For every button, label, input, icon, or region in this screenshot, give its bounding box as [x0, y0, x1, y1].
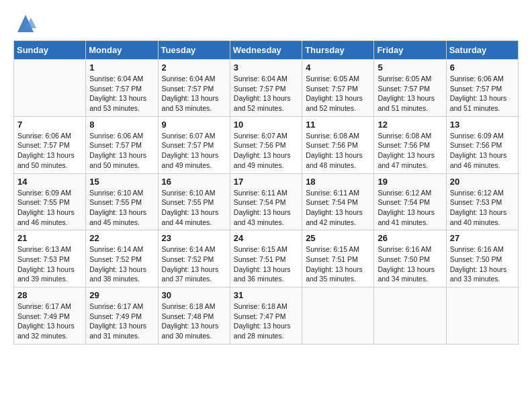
day-info: Sunrise: 6:14 AM Sunset: 7:52 PM Dayligh… [162, 244, 226, 284]
day-info: Sunrise: 6:16 AM Sunset: 7:50 PM Dayligh… [378, 244, 442, 284]
calendar-cell: 30Sunrise: 6:18 AM Sunset: 7:48 PM Dayli… [158, 287, 230, 345]
day-number: 31 [234, 290, 298, 300]
day-number: 4 [306, 62, 370, 73]
day-info: Sunrise: 6:18 AM Sunset: 7:47 PM Dayligh… [234, 302, 298, 341]
day-info: Sunrise: 6:04 AM Sunset: 7:57 PM Dayligh… [162, 74, 226, 113]
week-row-4: 21Sunrise: 6:13 AM Sunset: 7:53 PM Dayli… [14, 230, 519, 287]
calendar-cell: 11Sunrise: 6:08 AM Sunset: 7:56 PM Dayli… [302, 116, 374, 173]
day-info: Sunrise: 6:15 AM Sunset: 7:51 PM Dayligh… [234, 244, 298, 284]
day-number: 17 [234, 177, 298, 187]
day-info: Sunrise: 6:17 AM Sunset: 7:49 PM Dayligh… [17, 302, 82, 341]
calendar-cell: 28Sunrise: 6:17 AM Sunset: 7:49 PM Dayli… [14, 287, 86, 345]
day-number: 21 [17, 233, 82, 243]
calendar-cell: 1Sunrise: 6:04 AM Sunset: 7:57 PM Daylig… [86, 60, 158, 117]
day-number: 18 [306, 177, 370, 187]
calendar-cell: 2Sunrise: 6:04 AM Sunset: 7:57 PM Daylig… [158, 60, 230, 117]
calendar-cell [446, 287, 518, 345]
calendar-cell: 3Sunrise: 6:04 AM Sunset: 7:57 PM Daylig… [230, 60, 302, 117]
day-info: Sunrise: 6:07 AM Sunset: 7:56 PM Dayligh… [234, 131, 298, 171]
col-header-monday: Monday [86, 41, 158, 60]
col-header-thursday: Thursday [302, 41, 374, 60]
calendar-cell: 14Sunrise: 6:09 AM Sunset: 7:55 PM Dayli… [14, 173, 86, 230]
day-info: Sunrise: 6:10 AM Sunset: 7:55 PM Dayligh… [162, 188, 226, 228]
day-info: Sunrise: 6:12 AM Sunset: 7:53 PM Dayligh… [450, 188, 515, 228]
day-info: Sunrise: 6:08 AM Sunset: 7:56 PM Dayligh… [306, 131, 370, 171]
logo [13, 13, 39, 34]
calendar-cell: 24Sunrise: 6:15 AM Sunset: 7:51 PM Dayli… [230, 230, 302, 287]
calendar-cell: 7Sunrise: 6:06 AM Sunset: 7:57 PM Daylig… [14, 116, 86, 173]
calendar-cell: 17Sunrise: 6:11 AM Sunset: 7:54 PM Dayli… [230, 173, 302, 230]
day-number: 10 [234, 120, 298, 130]
day-info: Sunrise: 6:08 AM Sunset: 7:56 PM Dayligh… [378, 131, 442, 171]
day-info: Sunrise: 6:05 AM Sunset: 7:57 PM Dayligh… [378, 74, 442, 113]
day-number: 25 [306, 233, 370, 243]
day-number: 2 [162, 62, 226, 73]
day-number: 16 [162, 177, 226, 187]
calendar-cell [374, 287, 446, 345]
day-number: 5 [378, 62, 442, 73]
calendar-table: SundayMondayTuesdayWednesdayThursdayFrid… [13, 40, 519, 345]
day-number: 6 [450, 62, 515, 73]
col-header-sunday: Sunday [14, 41, 86, 60]
day-number: 29 [89, 290, 154, 300]
day-info: Sunrise: 6:12 AM Sunset: 7:54 PM Dayligh… [378, 188, 442, 228]
calendar-cell: 19Sunrise: 6:12 AM Sunset: 7:54 PM Dayli… [374, 173, 446, 230]
day-number: 26 [378, 233, 442, 243]
calendar-cell: 31Sunrise: 6:18 AM Sunset: 7:47 PM Dayli… [230, 287, 302, 345]
day-info: Sunrise: 6:18 AM Sunset: 7:48 PM Dayligh… [162, 302, 226, 341]
calendar-cell: 15Sunrise: 6:10 AM Sunset: 7:55 PM Dayli… [86, 173, 158, 230]
calendar-cell: 26Sunrise: 6:16 AM Sunset: 7:50 PM Dayli… [374, 230, 446, 287]
calendar-cell: 27Sunrise: 6:16 AM Sunset: 7:50 PM Dayli… [446, 230, 518, 287]
day-info: Sunrise: 6:15 AM Sunset: 7:51 PM Dayligh… [306, 244, 370, 284]
day-number: 11 [306, 120, 370, 130]
calendar-cell: 22Sunrise: 6:14 AM Sunset: 7:52 PM Dayli… [86, 230, 158, 287]
day-info: Sunrise: 6:06 AM Sunset: 7:57 PM Dayligh… [17, 131, 82, 171]
col-header-friday: Friday [374, 41, 446, 60]
calendar-cell: 8Sunrise: 6:06 AM Sunset: 7:57 PM Daylig… [86, 116, 158, 173]
logo-icon [13, 13, 38, 34]
col-header-wednesday: Wednesday [230, 41, 302, 60]
day-info: Sunrise: 6:11 AM Sunset: 7:54 PM Dayligh… [306, 188, 370, 228]
day-info: Sunrise: 6:06 AM Sunset: 7:57 PM Dayligh… [89, 131, 154, 171]
day-number: 28 [17, 290, 82, 300]
calendar-cell: 25Sunrise: 6:15 AM Sunset: 7:51 PM Dayli… [302, 230, 374, 287]
day-info: Sunrise: 6:16 AM Sunset: 7:50 PM Dayligh… [450, 244, 515, 284]
calendar-cell: 20Sunrise: 6:12 AM Sunset: 7:53 PM Dayli… [446, 173, 518, 230]
calendar-cell: 23Sunrise: 6:14 AM Sunset: 7:52 PM Dayli… [158, 230, 230, 287]
week-row-3: 14Sunrise: 6:09 AM Sunset: 7:55 PM Dayli… [14, 173, 519, 230]
page-header [13, 13, 519, 34]
day-number: 20 [450, 177, 515, 187]
calendar-cell: 9Sunrise: 6:07 AM Sunset: 7:57 PM Daylig… [158, 116, 230, 173]
day-number: 1 [89, 62, 154, 73]
calendar-cell: 21Sunrise: 6:13 AM Sunset: 7:53 PM Dayli… [14, 230, 86, 287]
day-number: 7 [17, 120, 82, 130]
day-number: 30 [162, 290, 226, 300]
week-row-5: 28Sunrise: 6:17 AM Sunset: 7:49 PM Dayli… [14, 287, 519, 345]
day-number: 8 [89, 120, 154, 130]
week-row-2: 7Sunrise: 6:06 AM Sunset: 7:57 PM Daylig… [14, 116, 519, 173]
calendar-cell: 13Sunrise: 6:09 AM Sunset: 7:56 PM Dayli… [446, 116, 518, 173]
day-info: Sunrise: 6:09 AM Sunset: 7:56 PM Dayligh… [450, 131, 515, 171]
day-info: Sunrise: 6:09 AM Sunset: 7:55 PM Dayligh… [17, 188, 82, 228]
day-number: 14 [17, 177, 82, 187]
col-header-saturday: Saturday [446, 41, 518, 60]
day-info: Sunrise: 6:04 AM Sunset: 7:57 PM Dayligh… [234, 74, 298, 113]
day-info: Sunrise: 6:06 AM Sunset: 7:57 PM Dayligh… [450, 74, 515, 113]
day-number: 27 [450, 233, 515, 243]
day-number: 19 [378, 177, 442, 187]
week-row-1: 1Sunrise: 6:04 AM Sunset: 7:57 PM Daylig… [14, 60, 519, 117]
day-info: Sunrise: 6:04 AM Sunset: 7:57 PM Dayligh… [89, 74, 154, 113]
day-info: Sunrise: 6:17 AM Sunset: 7:49 PM Dayligh… [89, 302, 154, 341]
day-number: 22 [89, 233, 154, 243]
day-info: Sunrise: 6:05 AM Sunset: 7:57 PM Dayligh… [306, 74, 370, 113]
calendar-cell: 6Sunrise: 6:06 AM Sunset: 7:57 PM Daylig… [446, 60, 518, 117]
day-info: Sunrise: 6:14 AM Sunset: 7:52 PM Dayligh… [89, 244, 154, 284]
day-number: 23 [162, 233, 226, 243]
day-number: 3 [234, 62, 298, 73]
calendar-cell: 4Sunrise: 6:05 AM Sunset: 7:57 PM Daylig… [302, 60, 374, 117]
day-info: Sunrise: 6:11 AM Sunset: 7:54 PM Dayligh… [234, 188, 298, 228]
calendar-cell: 12Sunrise: 6:08 AM Sunset: 7:56 PM Dayli… [374, 116, 446, 173]
col-header-tuesday: Tuesday [158, 41, 230, 60]
day-number: 9 [162, 120, 226, 130]
calendar-cell: 16Sunrise: 6:10 AM Sunset: 7:55 PM Dayli… [158, 173, 230, 230]
